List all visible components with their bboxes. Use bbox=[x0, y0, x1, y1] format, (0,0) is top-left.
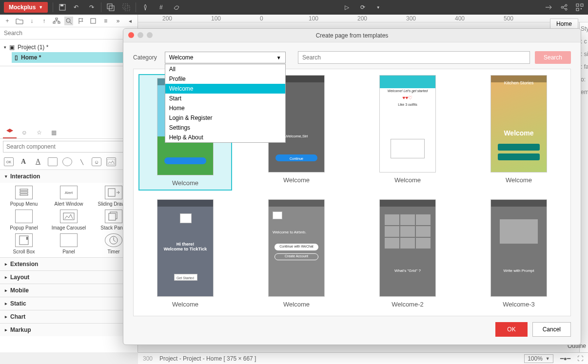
close-icon[interactable] bbox=[128, 32, 134, 38]
dialog-titlebar: Create page from templates bbox=[123, 29, 581, 42]
option-welcome[interactable]: Welcome bbox=[165, 84, 285, 94]
option-settings[interactable]: Settings bbox=[165, 123, 285, 133]
option-help[interactable]: Help & About bbox=[165, 133, 285, 142]
template-item[interactable]: What's "Grid" ? Welcome-2 bbox=[362, 199, 453, 308]
maximize-icon[interactable] bbox=[147, 32, 153, 38]
chevron-down-icon: ▼ bbox=[276, 55, 281, 60]
template-item[interactable]: Hi there! Welcome to TickTick Get Starte… bbox=[139, 199, 231, 308]
option-all[interactable]: All bbox=[165, 64, 285, 74]
option-profile[interactable]: Profile bbox=[165, 74, 285, 84]
category-value: Welcome bbox=[169, 54, 194, 61]
category-label: Category bbox=[133, 54, 157, 61]
category-dropdown: All Profile Welcome Start Home Login & R… bbox=[165, 64, 286, 143]
modal-overlay: Create page from templates Category Welc… bbox=[0, 0, 588, 364]
template-item[interactable]: Welcome! Let's get started ♥♥♡ Like 3 ou… bbox=[362, 75, 453, 190]
create-template-dialog: Create page from templates Category Welc… bbox=[123, 28, 581, 345]
ok-button[interactable]: OK bbox=[495, 322, 527, 337]
option-start[interactable]: Start bbox=[165, 94, 285, 103]
cancel-button[interactable]: Cancel bbox=[532, 322, 571, 337]
category-select[interactable]: Welcome ▼ All Profile Welcome Start Home… bbox=[165, 52, 286, 63]
search-button[interactable]: Search bbox=[535, 51, 571, 64]
option-home[interactable]: Home bbox=[165, 103, 285, 113]
template-item[interactable]: Kitchen Stories Welcome Welcome bbox=[473, 75, 565, 190]
template-item[interactable]: Write with Prompt Welcome-3 bbox=[473, 199, 565, 308]
dialog-title: Create page from templates bbox=[316, 32, 389, 39]
minimize-icon[interactable] bbox=[137, 32, 143, 38]
option-login[interactable]: Login & Register bbox=[165, 113, 285, 123]
template-item[interactable]: Welcome to Airbnb. Continue with WeChat … bbox=[251, 199, 342, 308]
template-search-input[interactable] bbox=[298, 51, 530, 64]
